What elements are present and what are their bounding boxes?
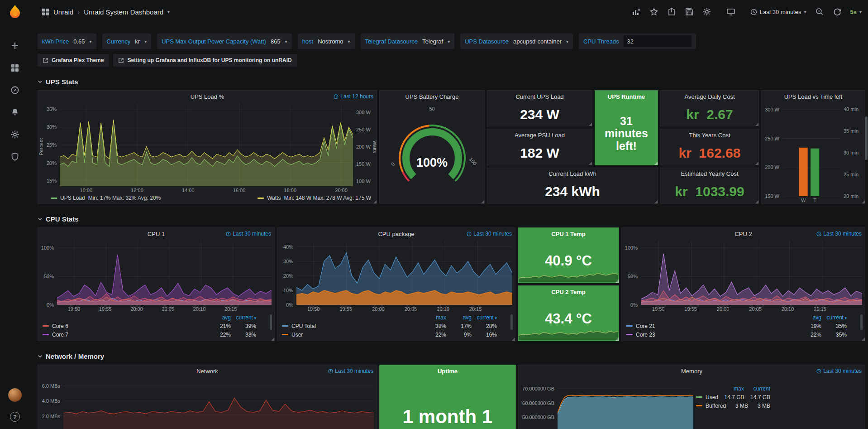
navbar: Unraid › Unraid System Dashboard ▾ Last … bbox=[30, 0, 868, 24]
user-avatar[interactable] bbox=[8, 388, 22, 402]
var-cpu-threads: CPU Threads bbox=[579, 34, 696, 49]
legend-col-current[interactable]: current bbox=[821, 314, 847, 321]
memory-body: 70.000000 GB60.000000 GB50.000000 GB max… bbox=[519, 377, 865, 429]
panel-title[interactable]: CPU 2 Temp bbox=[551, 289, 586, 295]
legend-scrollbar[interactable] bbox=[860, 314, 863, 330]
explore-compass-icon[interactable] bbox=[10, 85, 20, 95]
page-scrollbar[interactable] bbox=[865, 116, 868, 160]
refresh-icon[interactable] bbox=[833, 7, 842, 16]
admin-shield-icon[interactable] bbox=[10, 152, 20, 162]
panel-title[interactable]: Average Daily Cost bbox=[684, 93, 734, 100]
cpu1-chart[interactable]: 100%50%0%19:5019:5520:0020:0520:1020:15 bbox=[38, 240, 274, 312]
series-swatch bbox=[626, 325, 633, 327]
panel-title[interactable]: Average PSU Load bbox=[515, 132, 565, 139]
stat-value: 43.4 °C bbox=[518, 298, 619, 341]
panel-time-override: Last 30 minutes bbox=[816, 231, 862, 237]
legend-col-avg[interactable]: avg bbox=[446, 314, 472, 321]
template-variables: kWh Price 0.65 ▾ Currency kr ▾ UPS Max O… bbox=[38, 34, 865, 49]
var-ups-max-output[interactable]: UPS Max Output Power Capacity (Watt) 865… bbox=[157, 34, 291, 49]
panel-title[interactable]: CPU 2 bbox=[734, 231, 752, 237]
legend-value: 21% bbox=[205, 323, 231, 329]
add-panel-icon[interactable] bbox=[632, 7, 641, 16]
save-icon[interactable] bbox=[685, 7, 694, 16]
series-toggle[interactable]: Core 7 bbox=[43, 332, 205, 338]
cpu-package-legend: max avg current CPU Total 38% 17% 28% Us… bbox=[277, 312, 515, 341]
series-name: Watts bbox=[267, 195, 281, 201]
panel-title[interactable]: Current UPS Load bbox=[515, 93, 563, 100]
grafana-logo-icon[interactable] bbox=[6, 4, 24, 22]
cpu-package-chart[interactable]: 40%30%20%10%0%19:5019:5520:0020:0520:102… bbox=[277, 240, 515, 312]
configuration-gear-icon[interactable] bbox=[10, 130, 20, 140]
star-icon[interactable] bbox=[649, 7, 658, 16]
chevron-down-icon: ▾ bbox=[859, 10, 862, 14]
link-ups-monitoring-guide[interactable]: Setting up Grafana and InfluxDB for UPS … bbox=[113, 54, 296, 67]
series-toggle[interactable]: Buffered bbox=[696, 403, 726, 409]
gauge-arc bbox=[387, 115, 477, 192]
panel-title[interactable]: Estimated Yearly Cost bbox=[681, 170, 738, 177]
var-currency[interactable]: Currency kr ▾ bbox=[102, 34, 152, 49]
legend-col-avg[interactable]: avg bbox=[796, 314, 821, 321]
row-header-cpu-stats[interactable]: CPU Stats bbox=[38, 215, 865, 223]
tv-mode-icon[interactable] bbox=[726, 7, 735, 16]
panel-ups-load: UPS Load % Last 12 hours Percent Watts 3… bbox=[38, 90, 377, 204]
series-toggle[interactable]: Core 21 bbox=[626, 323, 796, 329]
legend-col-avg[interactable]: avg bbox=[205, 314, 231, 321]
chevron-down-icon[interactable]: ▾ bbox=[167, 10, 170, 14]
clock-icon bbox=[328, 369, 333, 374]
legend-item[interactable]: UPS Load Min: 17% Max: 32% Avg: 20% bbox=[51, 195, 161, 201]
cpu2-chart[interactable]: 100%50%0%19:5019:5520:0020:0520:1020:15 bbox=[622, 240, 865, 312]
var-kwh-price[interactable]: kWh Price 0.65 ▾ bbox=[38, 34, 96, 49]
var-ups-datasource[interactable]: UPS Datasource apcupsd-container ▾ bbox=[460, 34, 573, 49]
link-grafana-plex-theme[interactable]: Grafana Plex Theme bbox=[38, 54, 109, 67]
ups-load-chart[interactable]: Percent Watts 35%30%25%20%15%300 W250 W2… bbox=[38, 102, 377, 193]
row-header-ups-stats[interactable]: UPS Stats bbox=[38, 78, 865, 86]
apps-grid-icon[interactable] bbox=[42, 8, 49, 16]
panel-title[interactable]: CPU 1 bbox=[148, 231, 165, 237]
panel-title[interactable]: This Years Cost bbox=[689, 132, 730, 139]
time-range-picker[interactable]: Last 30 minutes ▾ bbox=[750, 9, 806, 15]
legend-col-max[interactable]: max bbox=[421, 314, 446, 321]
series-toggle[interactable]: User bbox=[282, 332, 421, 338]
network-chart[interactable]: 6.0 MBs4.0 MBs2.0 MBs bbox=[38, 377, 377, 429]
panel-title[interactable]: Memory bbox=[681, 368, 702, 375]
legend-item[interactable]: Watts Min: 148 W Max: 278 W Avg: 175 W bbox=[258, 195, 371, 201]
panel-title[interactable]: UPS Load % bbox=[191, 93, 224, 100]
refresh-interval-picker[interactable]: 5s ▾ bbox=[850, 9, 862, 15]
series-toggle[interactable]: CPU Total bbox=[282, 323, 421, 329]
legend-col-current[interactable]: current bbox=[472, 314, 497, 321]
panel-title[interactable]: UPS Battery Charge bbox=[405, 93, 459, 100]
panel-title[interactable]: Uptime bbox=[438, 368, 458, 375]
time-range-label: Last 30 minutes bbox=[760, 9, 801, 15]
panel-title[interactable]: Current Load kWh bbox=[548, 170, 596, 177]
ups-load-vs-time-chart[interactable]: 300 W250 W200 W150 W40 min35 min30 min25… bbox=[762, 102, 865, 203]
alerting-bell-icon[interactable] bbox=[10, 107, 20, 117]
help-icon[interactable]: ? bbox=[10, 412, 20, 422]
dashboard-title[interactable]: Unraid System Dashboard bbox=[84, 8, 163, 16]
legend-scrollbar[interactable] bbox=[270, 314, 272, 330]
legend-col-current[interactable]: current bbox=[744, 386, 770, 392]
legend-col-current[interactable]: current bbox=[231, 314, 256, 321]
panel-title[interactable]: CPU package bbox=[378, 231, 414, 237]
dashboards-icon[interactable] bbox=[10, 63, 20, 73]
memory-chart[interactable]: 70.000000 GB60.000000 GB50.000000 GB bbox=[519, 377, 696, 429]
panel-title[interactable]: Network bbox=[196, 368, 218, 375]
share-icon[interactable] bbox=[667, 7, 676, 16]
create-plus-icon[interactable] bbox=[10, 41, 20, 51]
legend-row: Core 6 21% 39% bbox=[43, 322, 256, 330]
series-toggle[interactable]: Core 6 bbox=[43, 323, 205, 329]
var-host[interactable]: host Nostromo ▾ bbox=[298, 34, 355, 49]
row-header-network-memory[interactable]: Network / Memory bbox=[38, 352, 865, 360]
breadcrumb-folder[interactable]: Unraid bbox=[53, 8, 73, 16]
zoom-out-icon[interactable] bbox=[815, 7, 824, 16]
cpu-threads-input[interactable] bbox=[624, 35, 692, 47]
series-toggle[interactable]: Used bbox=[696, 394, 718, 400]
legend-col-max[interactable]: max bbox=[718, 386, 744, 392]
gauge-tick-mid: 50 bbox=[429, 106, 434, 111]
legend-scrollbar[interactable] bbox=[510, 314, 513, 330]
dashboard-settings-gear-icon[interactable] bbox=[702, 7, 711, 16]
var-telegraf-datasource[interactable]: Telegraf Datasource Telegraf ▾ bbox=[361, 34, 455, 49]
panel-title[interactable]: UPS Runtime bbox=[608, 93, 645, 100]
panel-title[interactable]: UPS Load vs Time left bbox=[784, 93, 843, 100]
series-toggle[interactable]: Core 23 bbox=[626, 332, 796, 338]
panel-title[interactable]: CPU 1 Temp bbox=[551, 231, 586, 237]
